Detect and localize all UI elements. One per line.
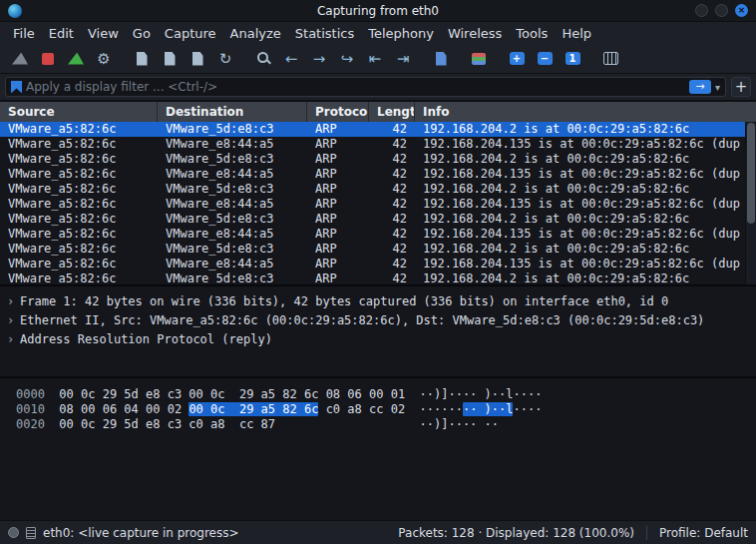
maximize-button[interactable] xyxy=(715,4,728,17)
packet-cell-protocol: ARP xyxy=(307,182,369,197)
column-header-protocol[interactable]: Protoco▾ xyxy=(307,102,369,122)
hex-row[interactable]: 002000 0c 29 5d e8 c3 c0 a8 cc 87··)]···… xyxy=(0,417,756,432)
display-filter-input[interactable] xyxy=(26,80,685,94)
close-file-button[interactable] xyxy=(186,47,209,71)
detail-line[interactable]: ›Frame 1: 42 bytes on wire (336 bits), 4… xyxy=(0,291,756,310)
packet-row[interactable]: VMware_a5:82:6cVMware_5d:e8:c3ARP42192.1… xyxy=(0,212,756,227)
packet-counts-text: Packets: 128 · Displayed: 128 (100.0%) xyxy=(398,526,634,540)
capture-restart-button[interactable] xyxy=(64,47,88,71)
packet-cell-destination: VMware_e8:44:a5 xyxy=(158,167,307,182)
toolbar-group xyxy=(467,47,491,71)
packet-row[interactable]: VMware_a5:82:6cVMware_e8:44:a5ARP42192.1… xyxy=(0,227,756,242)
colorize-button[interactable] xyxy=(467,47,491,71)
scrollbar-thumb[interactable] xyxy=(747,123,755,224)
close-button[interactable]: × xyxy=(735,4,748,17)
menu-item-telephony[interactable]: Telephony xyxy=(361,24,441,43)
first-packet-button[interactable]: ⇤ xyxy=(363,47,387,71)
zoom-in-button[interactable]: + xyxy=(505,47,529,71)
hex-row[interactable]: 001008 00 06 04 00 02 00 0c 29 a5 82 6c … xyxy=(0,402,756,417)
go-to-packet-button[interactable]: ↪ xyxy=(335,47,359,71)
titlebar[interactable]: Capturing from eth0 × xyxy=(0,0,756,22)
menu-item-file[interactable]: File xyxy=(6,24,42,43)
packet-list-scrollbar[interactable] xyxy=(745,122,756,284)
filter-dropdown-caret-icon[interactable]: ▾ xyxy=(715,82,720,93)
packet-row[interactable]: VMware_a5:82:6cVMware_5d:e8:c3ARP42192.1… xyxy=(0,242,756,257)
column-header-source[interactable]: Source xyxy=(0,102,158,122)
capture-stop-button[interactable] xyxy=(36,47,60,71)
hex-ascii: ··)]···· )··l···· xyxy=(420,387,543,401)
profile-text[interactable]: Profile: Default xyxy=(659,526,748,540)
menu-item-statistics[interactable]: Statistics xyxy=(288,24,361,43)
menu-item-capture[interactable]: Capture xyxy=(158,24,223,43)
detail-line[interactable]: ›Ethernet II, Src: VMware_a5:82:6c (00:0… xyxy=(0,310,756,329)
filter-apply-icon[interactable]: → xyxy=(689,80,711,94)
hex-segment: ··)]···· )··l···· xyxy=(420,387,543,401)
packet-cell-destination: VMware_e8:44:a5 xyxy=(158,257,307,272)
open-file-button[interactable] xyxy=(130,47,154,71)
packet-row[interactable]: VMware_a5:82:6cVMware_e8:44:a5ARP42192.1… xyxy=(0,257,756,272)
menu-item-wireless[interactable]: Wireless xyxy=(441,24,509,43)
window-title: Capturing from eth0 xyxy=(0,0,756,22)
menu-item-go[interactable]: Go xyxy=(126,24,158,43)
save-file-button[interactable] xyxy=(158,47,182,71)
packet-row[interactable]: VMware_a5:82:6cVMware_e8:44:a5ARP42192.1… xyxy=(0,197,756,212)
expand-arrow-icon[interactable]: › xyxy=(7,312,20,329)
packet-cell-source: VMware_a5:82:6c xyxy=(0,227,158,242)
menu-item-help[interactable]: Help xyxy=(555,24,598,43)
capture-file-properties-icon[interactable] xyxy=(26,527,36,539)
packet-cell-length: 42 xyxy=(369,137,415,152)
zoom-out-button[interactable]: − xyxy=(533,47,557,71)
zoom-100-button[interactable]: 1 xyxy=(561,47,584,71)
capture-restart-icon xyxy=(68,53,84,65)
hex-rows: 000000 0c 29 5d e8 c3 00 0c 29 a5 82 6c … xyxy=(0,387,756,432)
packet-cell-info: 192.168.204.2 is at 00:0c:29:a5:82:6c xyxy=(415,242,756,257)
reload-file-button[interactable]: ↻ xyxy=(213,47,237,71)
resize-columns-icon xyxy=(603,52,618,65)
packet-row[interactable]: VMware_a5:82:6cVMware_5d:e8:c3ARP42192.1… xyxy=(0,122,756,137)
packet-row[interactable]: VMware_a5:82:6cVMware_5d:e8:c3ARP42192.1… xyxy=(0,182,756,197)
packet-cell-protocol: ARP xyxy=(307,272,369,284)
menu-item-view[interactable]: View xyxy=(81,24,126,43)
hex-segment: ···· xyxy=(513,402,542,416)
colorize-icon xyxy=(472,53,486,65)
menu-item-tools[interactable]: Tools xyxy=(509,24,555,43)
packet-row[interactable]: VMware_a5:82:6cVMware_e8:44:a5ARP42192.1… xyxy=(0,137,756,152)
expand-arrow-icon[interactable]: › xyxy=(7,293,20,310)
filter-add-button[interactable]: + xyxy=(731,77,751,97)
resize-columns-button[interactable] xyxy=(598,47,622,71)
packet-cell-destination: VMware_5d:e8:c3 xyxy=(158,152,307,167)
go-back-button[interactable]: ← xyxy=(279,47,303,71)
go-forward-button[interactable]: → xyxy=(307,47,331,71)
hex-segment: ·· )··l xyxy=(463,402,514,416)
packet-cell-protocol: ARP xyxy=(307,122,369,137)
auto-scroll-button[interactable] xyxy=(429,47,453,71)
capture-start-icon xyxy=(12,53,28,65)
capture-options-button[interactable]: ⚙ xyxy=(92,47,116,71)
packet-row[interactable]: VMware_a5:82:6cVMware_5d:e8:c3ARP42192.1… xyxy=(0,272,756,284)
packet-cell-destination: VMware_e8:44:a5 xyxy=(158,197,307,212)
find-packet-button[interactable] xyxy=(251,47,275,71)
toolbar-group xyxy=(429,47,453,71)
packet-row[interactable]: VMware_a5:82:6cVMware_e8:44:a5ARP42192.1… xyxy=(0,167,756,182)
zoom-100-icon: 1 xyxy=(566,52,580,65)
detail-line[interactable]: ›Address Resolution Protocol (reply) xyxy=(0,329,756,348)
packet-cell-length: 42 xyxy=(369,272,415,284)
expand-arrow-icon[interactable]: › xyxy=(7,331,20,348)
last-packet-button[interactable]: ⇥ xyxy=(391,47,415,71)
main-toolbar: ⚙↻←→↪⇤⇥+−1 xyxy=(0,44,756,74)
go-back-icon: ← xyxy=(285,49,298,69)
filter-bookmark-icon[interactable] xyxy=(11,81,22,94)
packet-row[interactable]: VMware_a5:82:6cVMware_5d:e8:c3ARP42192.1… xyxy=(0,152,756,167)
menu-item-edit[interactable]: Edit xyxy=(42,24,81,43)
capture-status-text: eth0: <live capture in progress> xyxy=(43,526,239,540)
expert-info-icon[interactable] xyxy=(8,527,19,538)
display-filter-field[interactable]: → ▾ xyxy=(5,77,726,97)
column-header-info[interactable]: Info xyxy=(415,102,756,122)
packet-details-pane: ›Frame 1: 42 bytes on wire (336 bits), 4… xyxy=(0,284,756,376)
hex-row[interactable]: 000000 0c 29 5d e8 c3 00 0c 29 a5 82 6c … xyxy=(0,387,756,402)
column-header-length[interactable]: Length xyxy=(369,102,415,122)
menu-item-analyze[interactable]: Analyze xyxy=(223,24,288,43)
column-header-destination[interactable]: Destination xyxy=(158,102,307,122)
capture-start-button[interactable] xyxy=(8,47,32,71)
minimize-button[interactable] xyxy=(695,4,708,17)
